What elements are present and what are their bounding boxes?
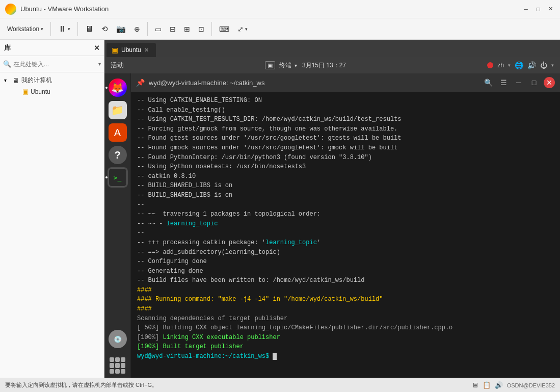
term-line-27: [100%] Built target publisher [137, 342, 554, 352]
term-line-24: Scanning dependencies of target publishe… [137, 314, 554, 324]
dock-apps-grid[interactable] [108, 355, 128, 376]
workstation-menu[interactable]: Workstation ▾ [4, 23, 46, 35]
toolbar-separator-3 [147, 22, 148, 36]
dock-files[interactable]: 📁 [108, 100, 128, 120]
term-line-18: -- Configuring done [137, 257, 554, 267]
term-line-20: -- Build files have been written to: /ho… [137, 276, 554, 285]
search-icon: 🔍 [3, 60, 11, 68]
expand-icon: ▾ [4, 77, 10, 83]
dock-help[interactable]: ? [108, 145, 128, 165]
view4-icon: ⊡ [198, 25, 204, 33]
term-line-21: #### [137, 285, 554, 295]
view1-icon: ▭ [155, 25, 162, 33]
revert-button[interactable]: ⟲ [98, 22, 111, 36]
console-button[interactable]: ⌨ [216, 23, 232, 35]
dock-appstore[interactable]: A [108, 122, 128, 143]
term-line-16: -- +++ processing catkin package: 'learn… [137, 238, 554, 248]
terminal-menu-btn[interactable]: ☰ [498, 77, 509, 88]
search-input[interactable] [13, 61, 96, 68]
view3-button[interactable]: ⊞ [181, 23, 193, 35]
workstation-label: Workstation [7, 25, 39, 33]
term-prompt: wyd@wyd-virtual-machine:~/catkin_ws$ [137, 352, 554, 361]
terminal-menu-label[interactable]: ▣ 终端 ▾ [265, 61, 297, 70]
sidebar-header: 库 ✕ [0, 40, 104, 56]
search-dropdown-icon[interactable]: ▾ [98, 61, 101, 67]
tree-item-my-computer[interactable]: ▾ 🖥 我的计算机 [0, 74, 104, 86]
pause-icon: ⏸ [58, 24, 66, 34]
snapshot-icon: 📷 [116, 24, 126, 34]
close-button[interactable]: ✕ [546, 5, 555, 14]
dock-dvd[interactable]: 💿 [108, 329, 128, 349]
tab-vm-icon: ▣ [112, 46, 118, 54]
ubuntu-tab[interactable]: ▣ Ubuntu ✕ [106, 43, 156, 57]
lang-arrow: ▾ [508, 63, 511, 68]
term-line-14: -- ~~ - learning_topic [137, 219, 554, 229]
term-line-3: -- Using CATKIN_TEST_RESULTS_DIR: /home/… [137, 115, 554, 124]
power-icon[interactable]: ⏻ [540, 61, 547, 69]
statusbar-hint: 要将输入定向到该虚拟机，请在虚拟机内部单击或按 Ctrl+G。 [5, 381, 157, 389]
console-icon: ⌨ [219, 25, 229, 33]
toolbar: Workstation ▾ ⏸ ▾ 🖥 ⟲ 📷 ⊕ ▭ ⊟ ⊞ ⊡ ⌨ ⤢ ▾ [0, 18, 560, 40]
tree-item-ubuntu[interactable]: ▣ Ubuntu [0, 86, 104, 97]
view2-button[interactable]: ⊟ [167, 23, 179, 35]
terminal-maximize-btn[interactable]: □ [528, 77, 540, 88]
tab-close-icon[interactable]: ✕ [144, 47, 149, 54]
terminal-close-btn[interactable]: ✕ [544, 77, 555, 88]
sidebar-search-bar: 🔍 ▾ [0, 56, 104, 72]
statusbar: 要将输入定向到该虚拟机，请在虚拟机内部单击或按 Ctrl+G。 🖥 📋 🔊 OS… [0, 378, 560, 392]
terminal-search-btn[interactable]: 🔍 [483, 77, 494, 88]
sidebar: 库 ✕ 🔍 ▾ ▾ 🖥 我的计算机 ▣ Ubuntu [0, 40, 104, 378]
term-line-7: -- Found PythonInterp: /usr/bin/python3 … [137, 153, 554, 163]
term-line-26: [100%] Linking CXX executable publisher [137, 333, 554, 343]
maximize-button[interactable]: □ [534, 5, 543, 14]
term-line-19: -- Generating done [137, 267, 554, 276]
dock-terminal[interactable]: >_ [108, 167, 128, 188]
lang-selector[interactable]: zh [497, 62, 504, 69]
view4-button[interactable]: ⊡ [195, 23, 207, 35]
term-line-11: -- BUILD_SHARED_LIBS is on [137, 191, 554, 200]
fullscreen-icon: ⤢ [237, 25, 244, 33]
statusbar-brand: OSDN@DEVIE352 [507, 382, 555, 388]
tab-bar: ▣ Ubuntu ✕ [104, 40, 560, 57]
vm-settings-icon: 🖥 [85, 24, 93, 34]
terminal-body[interactable]: -- Using CATKIN_ENABLE_TESTING: ON -- Ca… [131, 92, 560, 378]
term-line-6: -- Found gmock sources under '/usr/src/g… [137, 143, 554, 153]
toolbar-separator-4 [211, 22, 212, 36]
volume-icon[interactable]: 🔊 [527, 61, 536, 69]
view3-icon: ⊞ [184, 25, 190, 33]
statusbar-icon-2: 📋 [483, 381, 491, 389]
terminal-window: 📌 wyd@wyd-virtual-machine: ~/catkin_ws 🔍… [131, 73, 560, 378]
computer-icon: 🖥 [12, 76, 19, 85]
snapshot-button[interactable]: 📷 [113, 22, 129, 36]
fullscreen-button[interactable]: ⤢ ▾ [234, 23, 251, 35]
app-dock: 🦊 📁 A ? >_ 💿 [104, 73, 131, 378]
ubuntu-icon: ▣ [22, 88, 29, 95]
term-line-22: #### Running command: "make -j4 -l4" in … [137, 295, 554, 304]
terminal-cursor [273, 353, 277, 360]
tab-label-ubuntu: Ubuntu [121, 46, 141, 54]
vm-topbar: 活动 ▣ 终端 ▾ 3月15日 13：27 zh ▾ 🌐 🔊 ⏻ ▾ [104, 57, 560, 73]
terminal-minimize-btn[interactable]: ─ [513, 77, 524, 88]
term-line-5: -- Found gtest sources under '/usr/src/g… [137, 134, 554, 143]
titlebar: Ubuntu - VMware Workstation ─ □ ✕ [0, 0, 560, 18]
pause-button[interactable]: ⏸ ▾ [55, 22, 73, 36]
status-indicator [487, 62, 493, 68]
term-line-2: -- Call enable_testing() [137, 106, 554, 115]
sidebar-tree: ▾ 🖥 我的计算机 ▣ Ubuntu [0, 72, 104, 378]
minimize-button[interactable]: ─ [521, 5, 530, 14]
tree-label-ubuntu: Ubuntu [31, 88, 50, 95]
dock-firefox[interactable]: 🦊 [108, 77, 128, 98]
toolbar-separator-2 [77, 22, 78, 36]
toolbar-separator-1 [50, 22, 51, 36]
ubuntu-desktop: 🦊 📁 A ? >_ 💿 [104, 73, 560, 378]
network-icon[interactable]: 🌐 [515, 61, 523, 69]
sidebar-close-icon[interactable]: ✕ [94, 44, 100, 52]
term-line-25: [ 50%] Building CXX object learning_topi… [137, 323, 554, 333]
term-line-12: -- [137, 200, 554, 210]
vm-settings-button[interactable]: 🖥 [82, 22, 96, 36]
datetime-label: 3月15日 13：27 [302, 61, 346, 70]
clone-button[interactable]: ⊕ [131, 23, 143, 35]
view1-button[interactable]: ▭ [152, 23, 165, 35]
terminal-title: wyd@wyd-virtual-machine: ~/catkin_ws [149, 79, 264, 87]
activities-label[interactable]: 活动 [111, 61, 124, 70]
